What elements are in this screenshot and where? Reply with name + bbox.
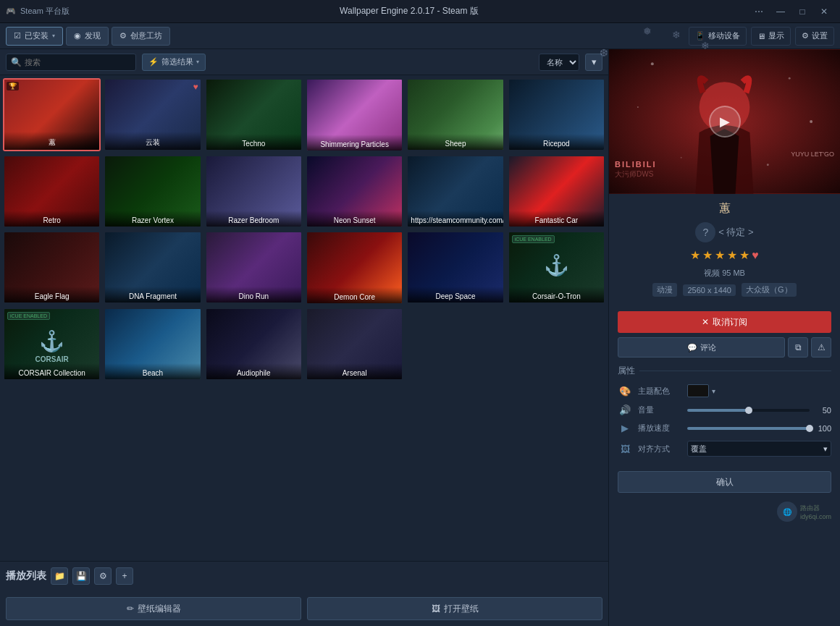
volume-control: 50 (687, 406, 831, 415)
display-button[interactable]: 🖥 显示 (751, 27, 791, 46)
filter-button[interactable]: ⚡ 筛选结果 ▾ (142, 54, 206, 71)
wallpaper-item-hui[interactable]: 🏆蕙 (3, 78, 101, 151)
theme-color-box[interactable] (687, 384, 709, 397)
search-input[interactable] (25, 58, 131, 67)
file-size: 95 MB (722, 268, 745, 277)
filter-icon: ⚡ (148, 57, 159, 67)
filter-label: 筛选结果 (161, 56, 193, 67)
wallpaper-label-arsenal: Arsenal (307, 363, 402, 379)
discover-tab[interactable]: ◉ 发现 (66, 27, 109, 46)
dws-watermark: 大污师DWS (615, 169, 653, 179)
speed-slider-thumb[interactable] (806, 425, 813, 432)
align-control: 覆盖 ▾ (687, 441, 831, 457)
wallpaper-item-razer-bedroom[interactable]: Razer Bedroom (205, 155, 303, 228)
sort-select[interactable]: 名称 (539, 54, 579, 71)
discover-label: 发现 (85, 30, 101, 41)
search-bar: 🔍 ⚡ 筛选结果 ▾ 移动设备 名称 ▾ (0, 49, 608, 75)
settings-button[interactable]: ⚙ 设置 (795, 27, 834, 46)
wallpaper-label-demon: Demon Core (307, 287, 402, 303)
wallpaper-heart-yunzhuang: ♥ (193, 82, 198, 92)
wallpaper-item-neon-sunset[interactable]: Neon Sunset (306, 155, 403, 229)
icue-badge: iCUE ENABLED (512, 235, 555, 243)
wallpaper-item-retro[interactable]: Retro (3, 155, 101, 228)
maximize-button[interactable]: □ (792, 4, 812, 19)
wallpaper-label-audiophile: Audiophile (206, 363, 301, 379)
wallpaper-item-techno[interactable]: Techno (205, 78, 303, 151)
wallpaper-item-yunzhuang[interactable]: ♥云装 (104, 78, 201, 151)
align-dropdown[interactable]: 覆盖 ▾ (687, 441, 831, 457)
playlist-add-button[interactable]: + (116, 567, 133, 585)
titlebar-controls: ⋯ — □ ✕ (749, 4, 834, 19)
editor-button[interactable]: ✏ 壁纸编辑器 (6, 597, 301, 620)
installed-tab[interactable]: ☑ 已安装 ▾ (6, 27, 63, 46)
theme-color-icon: 🎨 (618, 386, 632, 397)
preview-info: 蕙 ? < 待定 > ★ ★ ★ ★ ★ ♥ 视频 95 MB (609, 194, 840, 311)
wallpaper-item-beach[interactable]: Beach (104, 308, 201, 381)
volume-slider-thumb[interactable] (745, 407, 752, 414)
wallpaper-item-dino[interactable]: Dino Run (205, 231, 303, 304)
wallpaper-label-razer-vortex: Razer Vortex (105, 211, 200, 227)
speed-icon: ▶ (618, 423, 632, 433)
playlist-folder-button[interactable]: 📁 (51, 567, 68, 585)
wallpaper-item-demon[interactable]: Demon Core (306, 231, 403, 305)
warn-button[interactable]: ⚠ (811, 337, 831, 358)
icue-badge-2: iCUE ENABLED (7, 312, 50, 320)
wallpaper-item-razer-vortex[interactable]: Razer Vortex (104, 155, 201, 228)
unsubscribe-button[interactable]: ✕ 取消订阅 (618, 311, 831, 333)
minimize-button[interactable]: — (770, 4, 791, 19)
wallpaper-item-corsair-tron[interactable]: ⚓iCUE ENABLEDCorsair-O-Tron (508, 231, 605, 304)
wallpaper-item-dna[interactable]: DNA Fragment (104, 231, 201, 304)
corsair-text: CORSAIR (4, 355, 99, 363)
star-1: ★ (690, 248, 700, 262)
playlist-settings-button[interactable]: ⚙ (94, 567, 112, 585)
volume-slider-fill (687, 409, 749, 412)
copy-button[interactable]: ⧉ (788, 337, 808, 358)
sort-direction-button[interactable]: ▾ (585, 54, 602, 71)
action-buttons: ✏ 壁纸编辑器 🖼 打开壁纸 (6, 597, 602, 620)
wallpaper-item-deep[interactable]: Deep Space (406, 231, 504, 304)
wallpaper-item-corsair-coll[interactable]: ⚓CORSAIRiCUE ENABLEDCORSAIR Collection (3, 308, 101, 381)
align-label: 对齐方式 (638, 444, 681, 454)
speed-slider[interactable] (687, 427, 810, 430)
favorite-heart[interactable]: ♥ (752, 249, 759, 262)
wallpaper-label-techno: Techno (206, 134, 301, 150)
watermark-brand: 路由器 (800, 504, 831, 513)
mobile-device-button[interactable]: 📱 移动设备 (689, 27, 747, 46)
align-dropdown-arrow: ▾ (823, 444, 828, 454)
open-wallpaper-button[interactable]: 🖼 打开壁纸 (307, 597, 602, 620)
comment-icon: 💬 (687, 343, 697, 352)
titlebar: 🎮 Steam 平台版 Wallpaper Engine 2.0.17 - St… (0, 0, 840, 23)
search-input-wrap[interactable]: 🔍 (6, 54, 136, 71)
wallpaper-label-ricepod: Ricepod (509, 134, 604, 150)
wallpaper-item-steam-url[interactable]: https://steamcommunity.com/sharedfiles/f… (406, 155, 504, 228)
workshop-tab[interactable]: ⚙ 创意工坊 (112, 27, 170, 46)
wallpaper-item-arsenal[interactable]: Arsenal (306, 308, 403, 381)
volume-slider[interactable] (687, 409, 810, 412)
preview-image: BILIBILI YUYU LET'GO 大污师DWS ▶ (609, 49, 840, 194)
wallpaper-item-shimmering[interactable]: Shimmering Particles (306, 78, 403, 152)
wallpaper-item-fantastic-car[interactable]: Fantastic Car (508, 155, 605, 228)
align-row: 🖼 对齐方式 覆盖 ▾ (618, 441, 831, 457)
left-panel: 🔍 ⚡ 筛选结果 ▾ 移动设备 名称 ▾ (0, 49, 608, 626)
properties-section: 属性 🎨 主题配色 ▾ 🔊 音量 50 (609, 365, 840, 464)
resolution-tag: 2560 x 1440 (683, 284, 736, 296)
installed-icon: ☑ (14, 31, 21, 41)
wallpaper-item-sheep[interactable]: Sheep (406, 78, 504, 151)
steam-label: Steam 平台版 (20, 6, 70, 17)
more-button[interactable]: ⋯ (749, 4, 769, 19)
wallpaper-label-hui: 蕙 (4, 132, 99, 150)
comment-label: 评论 (700, 342, 716, 353)
align-icon: 🖼 (618, 444, 632, 454)
confirm-button[interactable]: 确认 (618, 471, 831, 493)
workshop-icon: ⚙ (119, 31, 127, 41)
wallpaper-item-audiophile[interactable]: Audiophile (205, 308, 303, 381)
wallpaper-item-eagle[interactable]: Eagle Flag (3, 231, 101, 304)
wallpaper-label-shimmering: Shimmering Particles (307, 135, 402, 151)
wallpaper-item-ricepod[interactable]: Ricepod (508, 78, 605, 151)
theme-color-label: 主题配色 (638, 386, 681, 397)
comment-button[interactable]: 💬 评论 (618, 337, 785, 358)
workshop-label: 创意工坊 (130, 30, 162, 41)
close-button[interactable]: ✕ (814, 4, 834, 19)
playlist-save-button[interactable]: 💾 (72, 567, 90, 585)
preview-play-button[interactable]: ▶ (709, 106, 741, 138)
